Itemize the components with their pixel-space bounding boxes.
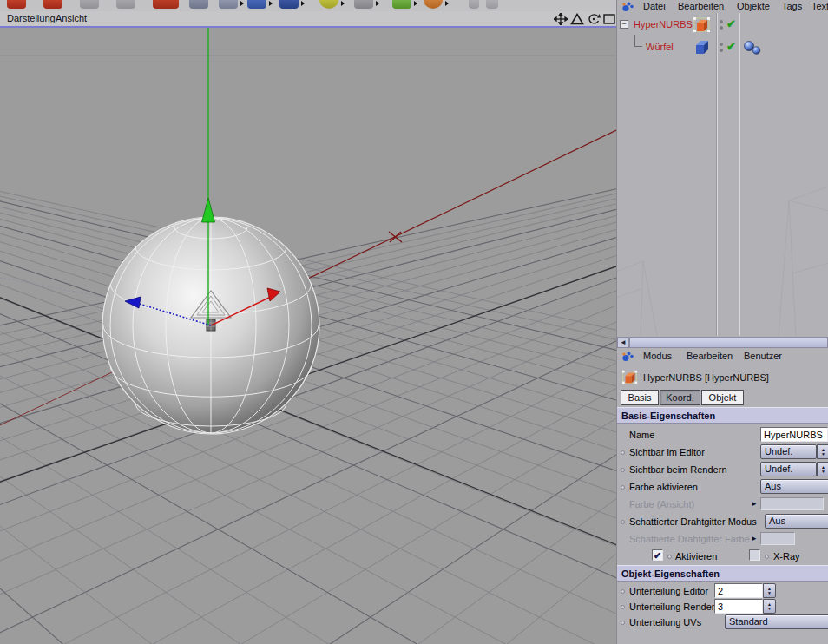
tab-objekt[interactable]: Objekt [701, 390, 744, 405]
zoom-icon[interactable] [570, 13, 584, 25]
prop-row-unterteilung-editor: Unterteilung Editor ▲▼ [617, 582, 828, 600]
manager-panel: Datei Bearbeiten Objekte Tags Textur − H… [616, 0, 828, 644]
section-header-objekt: Objekt-Eigenschaften [617, 565, 828, 582]
expand-arrow-icon[interactable]: ► [751, 500, 758, 508]
undo-icon[interactable] [7, 0, 26, 9]
scrollbar-thumb[interactable] [629, 338, 828, 348]
name-input[interactable] [760, 427, 828, 442]
tree-branch-line [634, 35, 642, 47]
material-tool-icon[interactable] [424, 0, 443, 9]
object-tool-icon[interactable] [354, 0, 373, 9]
expand-arrow-icon[interactable]: ► [751, 535, 758, 542]
farbe-ansicht-field [760, 497, 824, 510]
am-object-title: HyperNURBS [HyperNURBS] [643, 372, 769, 383]
prop-row-farbe-aktivieren: Farbe aktivieren Aus [617, 478, 828, 496]
prop-row-sichtbar-editor: Sichtbar im Editor Undef. ▲▼ [617, 444, 828, 461]
scale-tool-icon[interactable] [189, 0, 208, 9]
am-menu-benutzer[interactable]: Benutzer [744, 351, 782, 361]
param-bullet[interactable] [765, 555, 769, 559]
prop-row-checkboxes: ✔ Aktivieren X-Ray [617, 548, 828, 565]
cube-icon[interactable] [693, 38, 712, 57]
scroll-left-icon[interactable]: ◄ [617, 338, 629, 348]
object-row-hypernurbs[interactable]: − HyperNURBS ✔ [617, 16, 828, 35]
cinema4d-window: Darstellung Ansicht [0, 0, 828, 644]
enabled-check-icon[interactable]: ✔ [726, 17, 736, 30]
prop-row-unterteilung-renderer: Unterteilung Renderer ▲▼ [617, 598, 828, 615]
param-bullet[interactable] [667, 555, 672, 559]
pan-icon[interactable] [554, 13, 568, 25]
param-bullet[interactable] [621, 485, 625, 490]
unterteilung-editor-input[interactable] [714, 583, 763, 598]
stepper-icon[interactable]: ▲▼ [763, 583, 776, 598]
sichtbar-rendern-dropdown[interactable]: Undef. ▲▼ [760, 462, 817, 476]
attribute-manager-icon [621, 351, 634, 362]
unterteilung-uvs-dropdown[interactable]: Standard [725, 614, 828, 629]
spinner-icon[interactable]: ▲▼ [817, 462, 828, 476]
drahtgitter-modus-dropdown[interactable]: Aus [765, 514, 828, 529]
visibility-dots[interactable] [720, 43, 724, 55]
hypernurbs-icon [621, 369, 639, 386]
om-background-ghosts [617, 13, 828, 336]
param-bullet[interactable] [621, 450, 625, 455]
param-bullet[interactable] [621, 605, 625, 609]
am-title-row: HyperNURBS [HyperNURBS] [617, 366, 828, 389]
sichtbar-editor-dropdown[interactable]: Undef. ▲▼ [760, 444, 817, 459]
rotate-tool-icon[interactable] [219, 0, 238, 9]
prop-row-farbe-ansicht: Farbe (Ansicht) ► [617, 496, 828, 513]
tool-icon[interactable] [116, 0, 135, 9]
hypernurbs-icon[interactable] [693, 16, 712, 35]
om-menu-objekte[interactable]: Objekte [737, 1, 770, 11]
spinner-icon[interactable]: ▲▼ [817, 444, 828, 459]
section-header-basis: Basis-Eigenschaften [617, 407, 828, 424]
object-name: Würfel [646, 42, 674, 52]
object-name: HyperNURBS [634, 19, 693, 30]
spline-tool-icon[interactable] [319, 0, 338, 9]
prop-row-unterteilung-uvs: Unterteilung UVs Standard [617, 614, 828, 631]
xray-checkbox[interactable] [749, 549, 760, 561]
viewport-menubar: Darstellung Ansicht [0, 11, 616, 26]
om-menu-textur[interactable]: Textur [812, 1, 828, 11]
redo-icon[interactable] [43, 0, 62, 9]
object-manager-menubar: Datei Bearbeiten Objekte Tags Textur [617, 0, 828, 13]
om-menu-bearbeiten[interactable]: Bearbeiten [678, 1, 724, 11]
aktivieren-checkbox[interactable]: ✔ [652, 549, 663, 561]
param-bullet[interactable] [621, 468, 625, 472]
3d-viewport[interactable] [0, 26, 616, 644]
move-tool-icon[interactable] [153, 0, 179, 9]
phong-tag-icon[interactable] [743, 40, 764, 56]
floor-tool-icon[interactable] [486, 0, 498, 9]
farbe-aktivieren-dropdown[interactable]: Aus [760, 479, 828, 494]
nurbs-tool-icon[interactable] [279, 0, 299, 9]
om-horizontal-scrollbar[interactable]: ◄ [617, 337, 828, 348]
prop-row-drahtgitter-farbe: Schattierte Drahtgitter Farbe ► [617, 530, 828, 548]
main-toolbar [0, 0, 616, 11]
light-tool-icon[interactable] [469, 0, 479, 9]
expand-collapse-icon[interactable]: − [620, 20, 628, 29]
object-manager-icon [621, 1, 634, 12]
menu-ansicht[interactable]: Ansicht [56, 13, 87, 23]
am-menu-bearbeiten[interactable]: Bearbeiten [687, 351, 733, 361]
tool-icon[interactable] [80, 0, 99, 9]
param-bullet[interactable] [621, 621, 625, 625]
am-menu-modus[interactable]: Modus [643, 351, 672, 361]
primitive-tool-icon[interactable] [392, 0, 411, 9]
unterteilung-renderer-input[interactable] [714, 599, 763, 614]
pen-tool-icon[interactable] [247, 0, 266, 9]
attribute-manager-menubar: Modus Bearbeiten Benutzer [617, 350, 828, 363]
param-bullet[interactable] [621, 589, 625, 594]
param-bullet[interactable] [621, 520, 625, 524]
prop-row-drahtgitter-modus: Schattierter Drahtgitter Modus Aus [617, 513, 828, 530]
om-menu-tags[interactable]: Tags [782, 1, 802, 11]
object-row-wuerfel[interactable]: Würfel ✔ [617, 38, 828, 57]
visibility-dots[interactable] [720, 20, 724, 32]
maximize-icon[interactable] [602, 13, 616, 25]
tab-koord[interactable]: Koord. [660, 390, 700, 405]
rotate-icon[interactable] [587, 13, 601, 25]
enabled-check-icon[interactable]: ✔ [726, 40, 736, 53]
menu-darstellung[interactable]: Darstellung [7, 13, 56, 23]
drahtgitter-farbe-field [760, 532, 795, 545]
tab-basis[interactable]: Basis [621, 390, 659, 405]
stepper-icon[interactable]: ▲▼ [763, 599, 776, 614]
prop-row-name: Name [617, 426, 828, 444]
om-menu-datei[interactable]: Datei [643, 1, 666, 11]
